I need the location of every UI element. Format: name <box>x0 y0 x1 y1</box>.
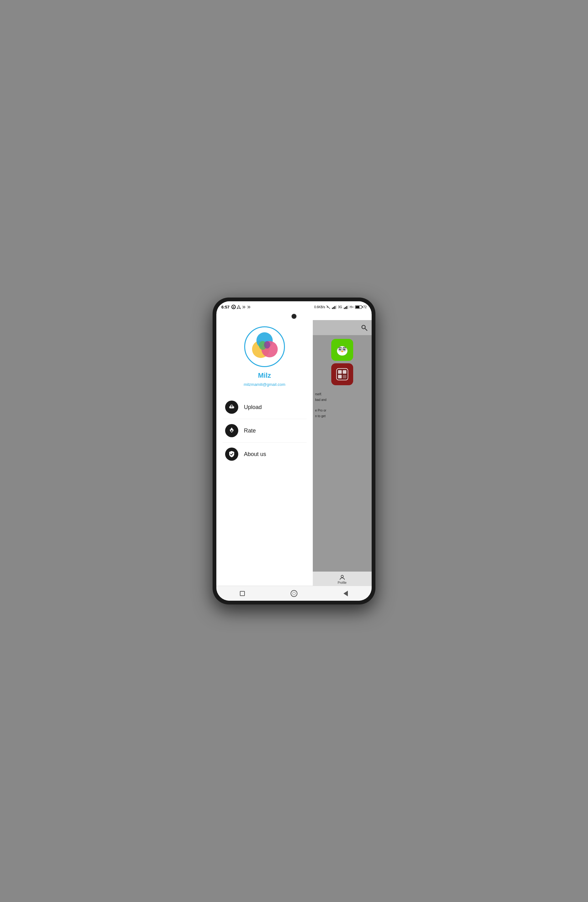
svg-rect-4 <box>333 307 335 309</box>
rate-icon-svg <box>228 427 235 434</box>
app-logo <box>249 331 280 362</box>
status-icons: B <box>231 305 251 309</box>
search-icon[interactable] <box>360 323 369 332</box>
search-icon-svg <box>361 324 368 331</box>
profile-nav-icon <box>339 574 346 581</box>
right-panel: rself. bad and e Pro or n to get Profile <box>313 320 372 586</box>
svg-rect-29 <box>338 370 342 374</box>
svg-point-33 <box>341 575 343 578</box>
right-app-icons <box>313 335 372 389</box>
navigation-icon <box>237 305 241 309</box>
right-text-3: e Pro or <box>315 409 369 413</box>
play-icon <box>247 305 251 309</box>
battery-level: 72 <box>363 305 367 309</box>
svg-marker-0 <box>237 305 241 309</box>
svg-rect-9 <box>346 306 347 309</box>
phone-screen: 6:57 B 0.6KB/s 3G <box>216 301 372 601</box>
svg-rect-10 <box>347 305 349 309</box>
phone-device: 6:57 B 0.6KB/s 3G <box>213 298 375 604</box>
app-icon-duolingo[interactable] <box>331 339 353 361</box>
status-bar: 6:57 B 0.6KB/s 3G <box>216 301 372 313</box>
svg-rect-32 <box>342 375 346 379</box>
menu-item-upload[interactable]: Upload <box>223 396 307 419</box>
forward-icon <box>242 305 246 309</box>
recent-icon <box>240 591 245 596</box>
mute-icon <box>326 305 330 309</box>
rate-label: Rate <box>244 428 256 434</box>
upload-icon-svg <box>228 403 235 411</box>
svg-rect-6 <box>336 305 337 309</box>
svg-rect-5 <box>335 306 336 309</box>
nav-recent-button[interactable] <box>237 588 248 599</box>
notch-area <box>216 313 372 320</box>
back-icon <box>344 591 348 596</box>
svg-line-19 <box>365 329 367 330</box>
right-bottom-nav: Profile <box>313 572 372 586</box>
status-time: 6:57 <box>221 305 230 309</box>
profile-name: Milz <box>258 371 271 380</box>
profile-email: milzmamili@gmail.com <box>244 382 285 387</box>
svg-rect-3 <box>332 308 333 309</box>
status-left: 6:57 B <box>221 305 251 309</box>
svg-point-25 <box>340 349 341 349</box>
network-type: 3G <box>338 305 342 309</box>
menu-list: Upload Rate <box>223 396 307 466</box>
app-logo-container <box>244 326 285 367</box>
bitcoin-icon: B <box>231 305 236 309</box>
profile-panel: Milz milzmamili@gmail.com Uploa <box>216 320 313 586</box>
network-type-2: H+ <box>350 305 354 309</box>
battery-icon <box>355 305 362 309</box>
about-icon <box>225 448 238 461</box>
upload-label: Upload <box>244 404 262 410</box>
nav-bar <box>216 586 372 601</box>
content-area: Milz milzmamili@gmail.com Uploa <box>216 320 372 586</box>
home-icon <box>291 590 297 597</box>
nav-home-button[interactable] <box>288 588 300 599</box>
network-speed: 0.6KB/s <box>314 305 325 309</box>
menu-item-about[interactable]: About us <box>223 443 307 466</box>
right-text-2: bad and <box>315 398 369 402</box>
signal-icon <box>332 305 336 309</box>
right-text-4: n to get <box>315 414 369 418</box>
signal-icon-2 <box>344 305 349 309</box>
svg-rect-31 <box>338 375 342 379</box>
svg-point-17 <box>231 430 233 432</box>
about-label: About us <box>244 451 266 457</box>
other-app-icon-svg <box>335 366 350 382</box>
svg-point-15 <box>264 341 270 349</box>
status-right: 0.6KB/s 3G H+ <box>314 305 367 309</box>
svg-rect-30 <box>342 370 346 374</box>
svg-rect-8 <box>345 307 346 309</box>
right-text-area: rself. bad and e Pro or n to get <box>313 389 372 421</box>
home-inner-circle <box>292 592 296 595</box>
menu-item-rate[interactable]: Rate <box>223 419 307 443</box>
nav-back-button[interactable] <box>340 588 351 599</box>
app-icon-other[interactable] <box>331 363 353 385</box>
right-text-1: rself. <box>315 392 369 396</box>
svg-rect-2 <box>327 306 328 307</box>
about-icon-svg <box>228 450 235 458</box>
svg-rect-7 <box>344 308 345 309</box>
profile-nav-label: Profile <box>338 581 347 584</box>
front-camera <box>291 314 297 319</box>
svg-point-26 <box>344 349 345 349</box>
upload-icon <box>225 401 238 414</box>
rate-icon <box>225 424 238 437</box>
right-header <box>313 320 372 335</box>
svg-point-27 <box>341 351 343 352</box>
duolingo-icon-svg <box>335 342 350 358</box>
